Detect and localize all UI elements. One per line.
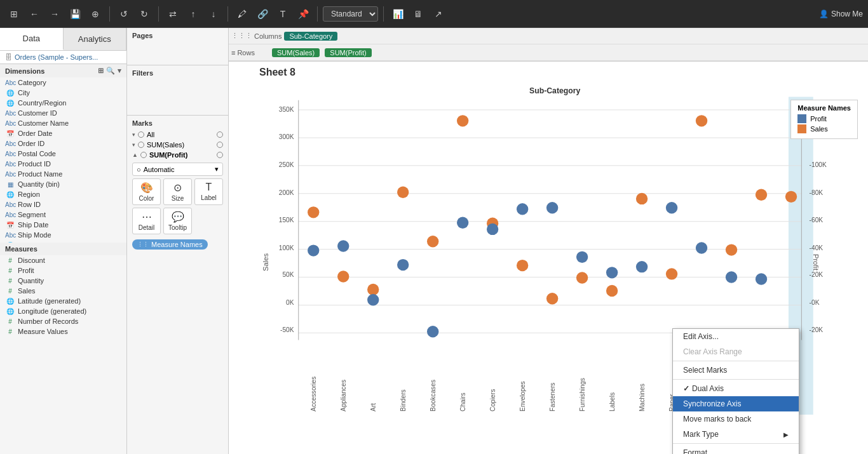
ctx-clear-axis: Clear Axis Range xyxy=(673,344,799,359)
meas-latitude[interactable]: 🌐Latitude (generated) xyxy=(0,296,126,306)
ctx-move-marks[interactable]: Move marks to back xyxy=(673,411,799,427)
dim-category[interactable]: AbcCategory xyxy=(0,77,126,88)
meas-sales[interactable]: #Sales xyxy=(0,286,126,296)
dim-customer-id[interactable]: AbcCustomer ID xyxy=(0,108,126,118)
profit-dot-bookcases xyxy=(427,326,438,337)
presentation-icon[interactable]: 🖥 xyxy=(409,5,427,23)
color-label: Color xyxy=(139,195,154,202)
sort-desc-icon[interactable]: ↓ xyxy=(205,5,222,23)
dim-city[interactable]: 🌐City xyxy=(0,88,126,98)
size-button[interactable]: ⊙ Size xyxy=(163,178,192,205)
profit-chevron-icon: ▲ xyxy=(132,152,138,158)
sum-sales-pill[interactable]: SUM(Sales) xyxy=(272,48,320,57)
sales-dot-bookcases xyxy=(427,236,438,247)
filters-drop-zone xyxy=(132,79,223,111)
redo-icon[interactable]: ↻ xyxy=(135,5,153,23)
meas-longitude[interactable]: 🌐Longitude (generated) xyxy=(0,306,126,316)
bar-chart-icon[interactable]: 📊 xyxy=(389,5,407,23)
sum-profit-pill[interactable]: SUM(Profit) xyxy=(325,48,371,57)
dim-order-date[interactable]: 📅Order Date xyxy=(0,128,126,138)
dim-ship-mode[interactable]: AbcShip Mode xyxy=(0,230,126,240)
dim-ship-date[interactable]: 📅Ship Date xyxy=(0,220,126,230)
dimensions-header: Dimensions ⊞ 🔍 ▾ xyxy=(0,64,126,77)
analytics-tab[interactable]: Analytics xyxy=(64,28,127,50)
label-button[interactable]: T Label xyxy=(194,178,223,205)
undo-icon[interactable]: ↺ xyxy=(115,5,133,23)
show-me-button[interactable]: 👤 Show Me xyxy=(819,10,863,18)
down-arrow-icon[interactable]: ▾ xyxy=(118,67,121,75)
dim-segment[interactable]: AbcSegment xyxy=(0,210,126,220)
subcategory-pill[interactable]: Sub-Category xyxy=(284,32,337,41)
dim-postal-code[interactable]: AbcPostal Code xyxy=(0,149,126,159)
sort-asc-icon[interactable]: ↑ xyxy=(184,5,202,23)
dim-customer-name[interactable]: AbcCustomer Name xyxy=(0,118,126,128)
mark-layer-all[interactable]: ▾ All xyxy=(132,130,223,140)
profit-dot-art xyxy=(367,294,379,305)
context-menu: Edit Axis... Clear Axis Range Select Mar… xyxy=(672,328,799,454)
meas-measure-values[interactable]: #Measure Values xyxy=(0,326,126,337)
chart-subtitle: Sub-Category xyxy=(529,86,581,95)
ctx-mark-type[interactable]: Mark Type ▶ xyxy=(673,427,799,442)
meas-profit[interactable]: #Profit xyxy=(0,265,126,276)
measure-names-pill-label: Measure Names xyxy=(151,241,203,248)
share-icon[interactable]: ↗ xyxy=(430,5,447,23)
back-icon[interactable]: ← xyxy=(25,5,43,23)
sales-dot-chairs xyxy=(457,115,468,126)
highlight-icon[interactable]: 🖍 xyxy=(233,5,251,23)
dim-region[interactable]: 🌐Region xyxy=(0,189,126,199)
dim-quantity-bin[interactable]: ▦Quantity (bin) xyxy=(0,179,126,189)
sales-dot-paper xyxy=(666,268,677,279)
tooltip-button[interactable]: 💬 Tooltip xyxy=(163,208,192,234)
profit-dot-furnishings xyxy=(576,251,588,263)
ctx-format[interactable]: Format... xyxy=(673,445,799,454)
ctx-select-marks[interactable]: Select Marks xyxy=(673,363,799,378)
mark-layer-profit[interactable]: ▲ SUM(Profit) xyxy=(132,150,223,160)
mark-layer-sales[interactable]: ▾ SUM(Sales) xyxy=(132,140,223,150)
meas-discount[interactable]: #Discount xyxy=(0,255,126,265)
ctx-sep3 xyxy=(673,443,799,444)
data-source-row[interactable]: 🗄 Orders (Sample - Supers... xyxy=(0,51,126,64)
data-tab-label: Data xyxy=(23,34,40,43)
size-icon: ⊙ xyxy=(173,182,182,194)
forward-icon[interactable]: → xyxy=(46,5,64,23)
swap-icon[interactable]: ⇄ xyxy=(164,5,182,23)
profit-dot-phones xyxy=(696,242,707,253)
marks-label: Marks xyxy=(132,119,223,127)
ctx-sync-axis[interactable]: Synchronize Axis xyxy=(673,396,799,411)
dim-country[interactable]: 🌐Country/Region xyxy=(0,98,126,108)
save-icon[interactable]: 💾 xyxy=(66,5,84,23)
automatic-label: Automatic xyxy=(144,166,175,173)
sales-dot-supplies xyxy=(756,189,767,201)
link-icon[interactable]: 🔗 xyxy=(254,5,271,23)
label-icon[interactable]: T xyxy=(274,5,292,23)
dual-checkmark-icon: ✓ xyxy=(683,384,689,393)
detail-button[interactable]: ⋯ Detail xyxy=(132,208,161,234)
meas-num-records[interactable]: #Number of Records xyxy=(0,316,126,326)
pin-icon[interactable]: 📌 xyxy=(294,5,312,23)
toolbar: ⊞ ← → 💾 ⊕ ↺ ↻ ⇄ ↑ ↓ 🖍 🔗 T 📌 Standard 📊 🖥… xyxy=(0,0,868,28)
dim-product-id[interactable]: AbcProduct ID xyxy=(0,159,126,169)
measures-header: Measures xyxy=(0,243,126,255)
measure-names-pill[interactable]: ⋮⋮ Measure Names xyxy=(132,239,208,250)
dim-row-id[interactable]: AbcRow ID xyxy=(0,199,126,210)
y2-tick-40k: -40K xyxy=(810,244,824,251)
meas-quantity[interactable]: #Quantity xyxy=(0,276,126,286)
data-tab[interactable]: Data xyxy=(0,28,64,50)
dim-order-id[interactable]: AbcOrder ID xyxy=(0,138,126,149)
rows-label: Rows xyxy=(237,49,255,57)
mark-type-dropdown[interactable]: ○ Automatic ▾ xyxy=(132,163,223,176)
grid-icon[interactable]: ⊞ xyxy=(98,67,104,75)
label-icon: T xyxy=(206,182,212,193)
legend-sales-label: Sales xyxy=(810,125,828,133)
home-icon[interactable]: ⊞ xyxy=(5,5,23,23)
ctx-edit-axis[interactable]: Edit Axis... xyxy=(673,329,799,344)
add-datasource-icon[interactable]: ⊕ xyxy=(86,5,104,23)
standard-dropdown[interactable]: Standard xyxy=(323,6,378,22)
color-button[interactable]: 🎨 Color xyxy=(132,178,161,205)
svg-text:Labels: Labels xyxy=(609,392,616,411)
dim-product-name[interactable]: AbcProduct Name xyxy=(0,169,126,179)
size-label: Size xyxy=(172,195,184,202)
search-icon[interactable]: 🔍 xyxy=(106,67,115,75)
color-icon: 🎨 xyxy=(140,182,153,194)
ctx-dual-axis[interactable]: ✓Dual Axis xyxy=(673,381,799,396)
